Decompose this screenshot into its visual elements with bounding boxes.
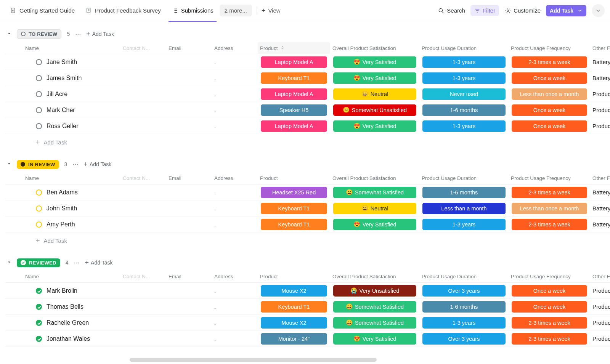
- table-row[interactable]: Ross Geller.Laptop Model A😍Very Satisfie…: [5, 118, 610, 134]
- pill[interactable]: 😄Somewhat Satisfied: [333, 317, 416, 329]
- pill[interactable]: 2-3 times a week: [512, 187, 587, 198]
- col-duration[interactable]: Product Usage Duration: [419, 45, 509, 51]
- table-row[interactable]: Amy Perth.Keyboard T1😍Very Satisfied1-3 …: [5, 216, 610, 233]
- address-cell[interactable]: .: [212, 75, 258, 81]
- pill[interactable]: 😀Neutral: [333, 203, 416, 214]
- address-cell[interactable]: .: [212, 320, 258, 326]
- col-name[interactable]: Name: [23, 175, 120, 181]
- pill[interactable]: 😍Very Satisfied: [333, 56, 416, 68]
- satisfaction-cell[interactable]: 😍Very Satisfied: [330, 72, 419, 84]
- add-view[interactable]: + View: [262, 7, 281, 14]
- feedback-cell[interactable]: Product is wor...: [590, 123, 610, 129]
- main-area[interactable]: TO REVIEW5···+Add TaskNameContact N...Em…: [0, 21, 610, 364]
- status-chip[interactable]: REVIEWED: [17, 258, 60, 267]
- status-ring-icon[interactable]: [36, 320, 42, 326]
- pill[interactable]: 1-3 years: [422, 56, 506, 68]
- satisfaction-cell[interactable]: 😭Very Unsatisfied: [330, 285, 419, 297]
- pill[interactable]: 2-3 times a week: [512, 56, 587, 68]
- col-product[interactable]: Product: [258, 42, 330, 54]
- col-email[interactable]: Email: [166, 175, 212, 181]
- col-name[interactable]: Name: [23, 274, 120, 279]
- product-cell[interactable]: Keyboard T1: [258, 203, 330, 214]
- feedback-cell[interactable]: Battery lasts ...: [590, 221, 610, 228]
- duration-cell[interactable]: 1-6 months: [419, 187, 509, 198]
- pill[interactable]: Once a week: [512, 285, 587, 297]
- group-add-task[interactable]: +Add Task: [85, 259, 113, 266]
- address-cell[interactable]: .: [212, 221, 258, 228]
- pill[interactable]: 😍Very Satisfied: [333, 219, 416, 230]
- pill[interactable]: 😄Somewhat Satisfied: [333, 301, 416, 313]
- frequency-cell[interactable]: 2-3 times a week: [509, 187, 590, 198]
- pill[interactable]: Laptop Model A: [261, 88, 327, 100]
- address-cell[interactable]: .: [212, 91, 258, 97]
- pill[interactable]: 1-3 years: [422, 317, 506, 329]
- pill[interactable]: Over 3 years: [422, 333, 506, 345]
- feedback-cell[interactable]: Battery lasts ...: [590, 59, 610, 65]
- address-cell[interactable]: .: [212, 107, 258, 113]
- product-cell[interactable]: Laptop Model A: [258, 120, 330, 132]
- table-row[interactable]: Mark Brolin.Mouse X2😭Very UnsatisfiedOve…: [5, 283, 610, 299]
- satisfaction-cell[interactable]: 😍Very Satisfied: [330, 56, 419, 68]
- address-cell[interactable]: .: [212, 336, 258, 342]
- feedback-cell[interactable]: Product is wor...: [590, 107, 610, 113]
- pill[interactable]: 2-3 times a week: [512, 317, 587, 329]
- status-ring-icon[interactable]: [36, 75, 42, 81]
- col-address[interactable]: Address: [212, 175, 258, 181]
- product-cell[interactable]: Monitor - 24": [258, 333, 330, 345]
- duration-cell[interactable]: Over 3 years: [419, 285, 509, 297]
- name-cell[interactable]: Amy Perth: [23, 221, 120, 228]
- product-cell[interactable]: Keyboard T1: [258, 301, 330, 313]
- pill[interactable]: 2-3 times a week: [512, 333, 587, 345]
- col-contact[interactable]: Contact N...: [120, 45, 166, 51]
- pill[interactable]: Keyboard T1: [261, 72, 327, 84]
- group-menu[interactable]: ···: [74, 259, 80, 267]
- pill[interactable]: 😭Very Unsatisfied: [333, 285, 416, 297]
- duration-cell[interactable]: 1-3 years: [419, 120, 509, 132]
- name-cell[interactable]: Jane Smith: [23, 59, 120, 66]
- satisfaction-cell[interactable]: 😍Very Satisfied: [330, 120, 419, 132]
- duration-cell[interactable]: 1-6 months: [419, 301, 509, 313]
- pill[interactable]: Keyboard T1: [261, 301, 327, 313]
- duration-cell[interactable]: Less than a month: [419, 203, 509, 214]
- name-cell[interactable]: Ross Geller: [23, 123, 120, 130]
- group-add-task[interactable]: +Add Task: [83, 161, 111, 168]
- col-frequency[interactable]: Product Usage Frequency: [509, 45, 590, 51]
- frequency-cell[interactable]: Once a week: [509, 285, 590, 297]
- feedback-cell[interactable]: Product is wor...: [590, 335, 610, 342]
- pill[interactable]: Over 3 years: [422, 285, 506, 297]
- product-cell[interactable]: Mouse X2: [258, 317, 330, 329]
- col-duration[interactable]: Product Usage Duration: [419, 175, 509, 181]
- col-email[interactable]: Email: [166, 274, 212, 279]
- add-task-row[interactable]: +Add Task: [5, 134, 610, 150]
- name-cell[interactable]: James Smith: [23, 75, 120, 82]
- pill[interactable]: Keyboard T1: [261, 219, 327, 230]
- product-cell[interactable]: Headset X25 Red: [258, 187, 330, 198]
- pill[interactable]: 😍Very Satisfied: [333, 120, 416, 132]
- collapse-icon[interactable]: [7, 31, 11, 37]
- status-ring-icon[interactable]: [36, 288, 42, 294]
- status-chip[interactable]: TO REVIEW: [17, 29, 61, 39]
- pill[interactable]: Once a week: [512, 72, 587, 84]
- frequency-cell[interactable]: Less than once a month: [509, 203, 590, 214]
- col-feedback[interactable]: Other Feedbac: [590, 274, 610, 279]
- status-ring-icon[interactable]: [36, 221, 42, 228]
- pill[interactable]: Once a week: [512, 120, 587, 132]
- table-row[interactable]: James Smith.Keyboard T1😍Very Satisfied1-…: [5, 70, 610, 86]
- duration-cell[interactable]: 1-3 years: [419, 317, 509, 329]
- feedback-cell[interactable]: Product is wor...: [590, 91, 610, 97]
- satisfaction-cell[interactable]: 😀Neutral: [330, 88, 419, 100]
- feedback-cell[interactable]: Product is wor...: [590, 287, 610, 294]
- overflow-menu[interactable]: [592, 4, 605, 17]
- product-cell[interactable]: Mouse X2: [258, 285, 330, 297]
- pill[interactable]: Less than a month: [422, 203, 506, 214]
- frequency-cell[interactable]: 2-3 times a week: [509, 219, 590, 230]
- col-product[interactable]: Product: [258, 175, 330, 181]
- search[interactable]: Search: [438, 7, 465, 14]
- pill[interactable]: 1-6 months: [422, 104, 506, 116]
- address-cell[interactable]: .: [212, 123, 258, 129]
- frequency-cell[interactable]: Once a week: [509, 72, 590, 84]
- name-cell[interactable]: Jill Acre: [23, 91, 120, 98]
- table-row[interactable]: Jill Acre.Laptop Model A😀NeutralNever us…: [5, 86, 610, 102]
- feedback-cell[interactable]: Battery lasts ...: [590, 75, 610, 81]
- status-ring-icon[interactable]: [36, 336, 42, 342]
